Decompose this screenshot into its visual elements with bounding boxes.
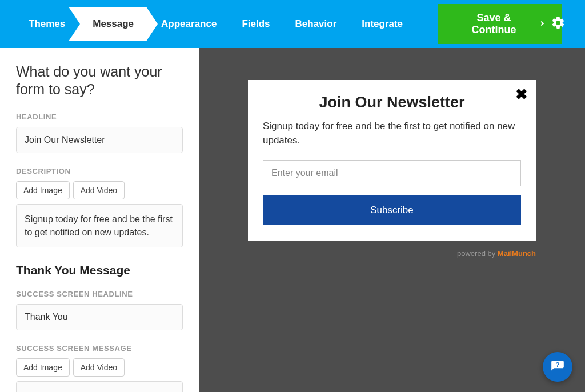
headline-label: HEADLINE: [16, 113, 183, 121]
popup-title: Join Our Newsletter: [263, 94, 521, 111]
email-input[interactable]: [263, 160, 521, 186]
wizard-steps: Themes Message Appearance Fields Behavio…: [16, 0, 415, 48]
powered-brand[interactable]: MailMunch: [498, 249, 536, 258]
close-icon[interactable]: ✖: [515, 86, 528, 103]
preview-popup: ✖ Join Our Newsletter Signup today for f…: [248, 80, 536, 241]
preview-pane: ✖ Join Our Newsletter Signup today for f…: [199, 48, 585, 392]
success-add-image-button[interactable]: Add Image: [16, 358, 70, 377]
sidebar-title: What do you want your form to say?: [16, 63, 183, 99]
help-button[interactable]: ?: [543, 352, 572, 382]
description-input[interactable]: Signup today for free and be the first t…: [16, 204, 183, 247]
add-video-button[interactable]: Add Video: [73, 181, 125, 199]
description-label: DESCRIPTION: [16, 167, 183, 175]
headline-input[interactable]: [16, 127, 183, 153]
gear-icon[interactable]: [551, 15, 566, 33]
success-headline-label: SUCCESS SCREEN HEADLINE: [16, 290, 183, 298]
step-appearance[interactable]: Appearance: [149, 0, 229, 48]
step-integrate[interactable]: Integrate: [349, 0, 415, 48]
step-behavior[interactable]: Behavior: [283, 0, 350, 48]
success-message-label: SUCCESS SCREEN MESSAGE: [16, 344, 183, 353]
success-add-video-button[interactable]: Add Video: [73, 358, 125, 377]
step-message[interactable]: Message: [80, 7, 146, 41]
top-nav: Themes Message Appearance Fields Behavio…: [0, 0, 585, 48]
chat-help-icon: ?: [550, 359, 565, 374]
description-media-buttons: Add Image Add Video: [16, 181, 183, 199]
add-image-button[interactable]: Add Image: [16, 181, 70, 199]
save-continue-label: Save & Continue: [454, 12, 534, 36]
svg-text:?: ?: [556, 361, 560, 368]
main-area: What do you want your form to say? HEADL…: [0, 48, 585, 392]
success-headline-input[interactable]: [16, 304, 183, 330]
success-media-buttons: Add Image Add Video: [16, 358, 183, 377]
popup-description: Signup today for free and be the first t…: [263, 119, 521, 147]
powered-by: powered by MailMunch: [248, 249, 536, 258]
thank-you-heading: Thank You Message: [16, 263, 183, 277]
powered-prefix: powered by: [457, 249, 498, 258]
step-fields[interactable]: Fields: [229, 0, 282, 48]
save-continue-button[interactable]: Save & Continue: [438, 4, 562, 44]
editor-sidebar: What do you want your form to say? HEADL…: [0, 48, 199, 392]
chevron-right-icon: [538, 18, 546, 30]
success-message-input[interactable]: Thank you for subscribing: [16, 381, 183, 392]
subscribe-button[interactable]: Subscribe: [263, 195, 521, 225]
